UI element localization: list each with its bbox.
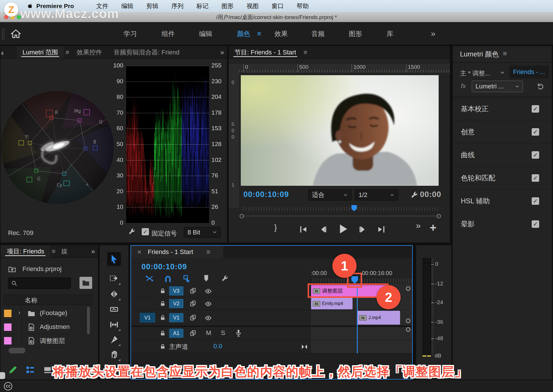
go-to-in-button[interactable] <box>299 225 307 234</box>
chevron-down-icon[interactable] <box>500 70 505 75</box>
expand-chevron-icon[interactable]: › <box>18 309 20 316</box>
program-scrubber-track[interactable] <box>242 216 440 216</box>
label-color-swatch[interactable] <box>4 323 12 331</box>
media-browser-tab[interactable]: 媒 <box>57 245 71 257</box>
list-view-icon[interactable] <box>26 366 35 374</box>
sync-lock-icon[interactable] <box>190 288 196 294</box>
track-height-handle[interactable] <box>406 286 410 291</box>
clip-j-mp4[interactable]: fx J.mp4 <box>357 311 400 325</box>
lumetri-section-晕影[interactable]: 晕影✓ <box>453 213 552 236</box>
home-icon[interactable] <box>11 29 21 38</box>
project-item-label[interactable]: Adjustmen <box>40 323 70 331</box>
track-output-eye-icon[interactable] <box>205 315 212 321</box>
keyframe-toggle-icon[interactable] <box>301 343 308 350</box>
clamp-signal-checkbox[interactable]: ✓ <box>142 228 149 235</box>
edit-pencil-icon[interactable] <box>9 365 18 374</box>
tool-track-select-forward[interactable] <box>107 272 121 285</box>
workspace-tab-颜色[interactable]: 颜色 <box>237 22 250 45</box>
scrubber-end-handle[interactable] <box>437 214 441 218</box>
media-browser-search-button[interactable] <box>79 277 92 289</box>
source-patch-v1[interactable]: V1 <box>140 313 155 323</box>
clip-emily-mp4[interactable]: fx Emily.mp4 <box>311 298 353 309</box>
search-input[interactable] <box>19 278 69 288</box>
program-panel-tab[interactable]: 节目: Friends - 1 Start <box>229 46 302 58</box>
scopes-tab-audio-clip-mixer[interactable]: 音频剪辑混合器: Friend <box>108 46 185 58</box>
voiceover-mic-icon[interactable] <box>235 329 242 337</box>
project-item-label[interactable]: (Footage) <box>40 309 67 317</box>
sync-lock-icon[interactable] <box>190 330 196 336</box>
add-button[interactable]: + <box>430 221 436 234</box>
menu-item-序列[interactable]: 序列 <box>170 0 185 12</box>
scrollbar-handle-pill[interactable] <box>0 372 5 379</box>
menu-item-帮助[interactable]: 帮助 <box>296 0 310 12</box>
nest-sequence-icon[interactable] <box>145 274 154 283</box>
lumetri-section-checkbox-HSL 辅助[interactable]: ✓ <box>532 197 539 205</box>
timeline-tab[interactable]: × Friends - 1 Start ≡ <box>131 246 223 258</box>
timeline-settings-wrench-icon[interactable] <box>221 274 229 282</box>
workspace-menu-icon[interactable]: ≡ <box>257 22 261 45</box>
go-to-out-button[interactable] <box>377 225 386 234</box>
lumetri-section-checkbox-创意[interactable]: ✓ <box>532 128 539 136</box>
lumetri-section-checkbox-色轮和匹配[interactable]: ✓ <box>532 174 539 182</box>
scopes-overflow-icon[interactable]: » <box>220 46 224 59</box>
program-panel-menu-icon[interactable]: ≡ <box>302 46 309 58</box>
lumetri-section-曲线[interactable]: 曲线✓ <box>453 143 552 166</box>
program-settings-wrench-icon[interactable] <box>410 191 418 199</box>
scopes-panel-menu-icon[interactable]: ≡ <box>64 46 71 58</box>
project-vertical-scrollbar[interactable] <box>87 307 90 334</box>
master-level-value[interactable]: 0.0 <box>213 342 222 350</box>
tool-ripple-edit[interactable] <box>107 287 121 301</box>
lock-icon[interactable] <box>160 301 166 306</box>
menu-item-剪辑[interactable]: 剪辑 <box>145 0 160 12</box>
track-v2-button[interactable]: V2 <box>169 299 183 308</box>
program-scrubber-ticks[interactable] <box>243 207 438 211</box>
sequence-selector[interactable]: Friends - ... <box>509 66 549 78</box>
track-height-handle[interactable] <box>406 319 410 323</box>
add-marker-icon[interactable] <box>202 274 210 282</box>
solo-button[interactable]: S <box>221 329 225 337</box>
lock-icon[interactable] <box>160 330 166 336</box>
label-color-swatch[interactable] <box>4 337 12 344</box>
sync-lock-icon[interactable] <box>190 300 196 307</box>
workspace-tab-音频[interactable]: 音频 <box>311 22 325 45</box>
track-v3-button[interactable]: V3 <box>169 286 183 296</box>
scrubber-start-handle[interactable] <box>240 214 244 218</box>
project-horizontal-scrollbar[interactable] <box>9 348 25 353</box>
playback-resolution-dropdown[interactable]: 1/2 <box>355 190 398 200</box>
icon-view-icon[interactable] <box>43 366 52 374</box>
track-v1-button[interactable]: V1 <box>169 313 183 322</box>
lumetri-section-HSL 辅助[interactable]: HSL 辅助✓ <box>453 190 552 213</box>
project-panel-tab[interactable]: 项目: Friends <box>1 245 50 257</box>
play-button[interactable] <box>338 224 349 234</box>
scopes-settings-wrench-icon[interactable] <box>128 228 136 235</box>
effect-selector-dropdown[interactable]: Lumetri ... <box>472 81 523 92</box>
timeline-menu-icon[interactable]: ≡ <box>207 248 210 256</box>
lumetri-section-checkbox-晕影[interactable]: ✓ <box>532 220 539 228</box>
workspace-tab-组件[interactable]: 组件 <box>162 22 175 45</box>
workspace-overflow-icon[interactable]: » <box>431 22 435 45</box>
project-row-2[interactable]: Adjustmen <box>3 321 93 334</box>
tool-pen[interactable] <box>107 333 121 346</box>
workspace-tab-图形[interactable]: 图形 <box>349 22 362 45</box>
workspace-tab-效果[interactable]: 效果 <box>274 22 288 45</box>
menu-item-编辑[interactable]: 编辑 <box>120 0 135 12</box>
reset-effect-icon[interactable] <box>537 82 544 90</box>
scopes-tab-effect-controls[interactable]: 效果控件 <box>71 46 108 58</box>
lumetri-section-checkbox-曲线[interactable]: ✓ <box>532 151 539 159</box>
project-breadcrumb[interactable]: Friends.prproj <box>22 265 62 273</box>
menu-item-图形[interactable]: 图形 <box>220 0 235 12</box>
project-table-header[interactable]: 名称 <box>3 295 93 305</box>
lock-icon[interactable] <box>160 315 166 321</box>
menu-item-标记[interactable]: 标记 <box>195 0 210 12</box>
step-back-button[interactable] <box>319 225 327 234</box>
tool-selection[interactable] <box>107 252 121 266</box>
workspace-tab-库[interactable]: 库 <box>387 22 393 45</box>
mark-out-button[interactable]: } <box>274 223 277 232</box>
linked-selection-icon[interactable] <box>183 274 191 283</box>
snap-magnet-icon[interactable] <box>164 274 172 283</box>
project-row-1[interactable]: ›(Footage) <box>3 307 93 320</box>
transport-overflow-icon[interactable]: » <box>416 221 421 230</box>
lumetri-section-色轮和匹配[interactable]: 色轮和匹配✓ <box>453 166 552 190</box>
step-forward-button[interactable] <box>358 225 367 234</box>
menu-item-窗口[interactable]: 窗口 <box>270 0 285 12</box>
